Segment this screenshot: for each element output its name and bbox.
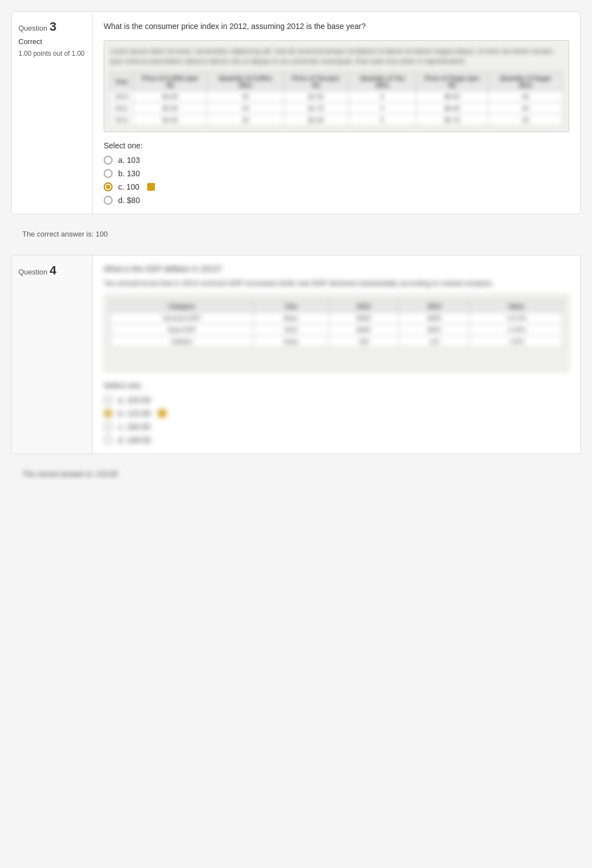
- table-header-coffee-qty: Quantity of Coffee (lbs): [207, 73, 284, 91]
- table-header-tea-qty: Quantity of Tea (lbs): [348, 73, 416, 91]
- q4-option-b-radio[interactable]: [104, 409, 113, 418]
- check-mark-icon: [147, 183, 155, 191]
- question-3-text: What is the consumer price index in 2012…: [104, 21, 569, 32]
- option-a[interactable]: a. 103: [104, 156, 569, 165]
- question-3-status: Correct: [18, 37, 85, 46]
- q4-option-d-radio[interactable]: [104, 436, 113, 445]
- table-header-tea-price: Price of Tea (per lb): [283, 73, 348, 91]
- question-4-subtext: You should know that in 2013 nominal GDP…: [104, 279, 569, 287]
- option-b[interactable]: b. 130: [104, 169, 569, 178]
- question-4-label: Question: [18, 268, 47, 276]
- table-row: Real GDP2012$400$391-2.25%: [110, 324, 563, 336]
- question-3-select-label: Select one:: [104, 141, 569, 150]
- q4-option-c[interactable]: c. 100.00: [104, 422, 569, 431]
- question-3-number: 3: [50, 20, 56, 34]
- option-c-label: c. 100: [118, 182, 139, 191]
- table-row: Nominal GDPBase$400$450+12.5%: [110, 312, 563, 324]
- check-mark-icon: [158, 409, 166, 417]
- question-4-options: a. 103.50 b. 115.00 c. 100.00 d. 108.50: [104, 396, 569, 445]
- question-4-content: What is the GDP deflator in 2013? You sh…: [93, 255, 580, 454]
- question-4-number-row: Question 4: [18, 263, 85, 278]
- question-4-sidebar: Question 4: [12, 255, 93, 454]
- q4-option-a-label: a. 103.50: [118, 396, 151, 404]
- question-3-label: Question: [18, 24, 47, 32]
- question-3-block: Question 3 Correct 1.00 points out of 1.…: [11, 11, 581, 214]
- question-3-number-row: Question 3: [18, 20, 85, 34]
- option-a-label: a. 103: [118, 156, 140, 165]
- option-b-label: b. 130: [118, 169, 140, 178]
- option-d-radio[interactable]: [104, 196, 113, 205]
- question-3-blurred-text: Lorem ipsum dolor sit amet, consectetur …: [110, 46, 563, 66]
- option-c[interactable]: c. 100: [104, 182, 569, 191]
- option-b-radio[interactable]: [104, 169, 113, 178]
- question-3-correct-answer: The correct answer is: 100: [11, 225, 581, 244]
- question-4-text: What is the GDP deflator in 2013?: [104, 264, 569, 273]
- option-d-label: d. $80: [118, 196, 140, 205]
- table-header-sugar-qty: Quantity of Sugar (lbs): [488, 73, 563, 91]
- q4-option-b-label: b. 115.00: [118, 409, 151, 418]
- q4-option-a[interactable]: a. 103.50: [104, 396, 569, 404]
- question-4-blurred-area: What is the GDP deflator in 2013? You sh…: [104, 264, 569, 445]
- question-4-select-label: Select one:: [104, 381, 569, 390]
- q4-option-c-label: c. 100.00: [118, 422, 151, 431]
- option-c-radio[interactable]: [104, 182, 113, 191]
- q4-option-c-radio[interactable]: [104, 422, 113, 431]
- table-row: DeflatorIndex100115+15%: [110, 336, 563, 348]
- question-3-sidebar: Question 3 Correct 1.00 points out of 1.…: [12, 12, 93, 214]
- table-row: 2010$3.0010$1.505$0.5020: [110, 91, 563, 103]
- page-wrapper: Question 3 Correct 1.00 points out of 1.…: [0, 0, 592, 495]
- option-a-radio[interactable]: [104, 156, 113, 165]
- table-row: 2012$4.0010$2.005$0.7020: [110, 114, 563, 126]
- q4-option-d-label: d. 108.50: [118, 436, 151, 445]
- question-4-block: Question 4 What is the GDP deflator in 2…: [11, 255, 581, 454]
- q4-option-a-radio[interactable]: [104, 396, 113, 404]
- q4-option-d[interactable]: d. 108.50: [104, 436, 569, 445]
- question-4-image-area: Category Year 2012 2013 Value Nominal GD…: [104, 294, 569, 372]
- question-4-table: Category Year 2012 2013 Value Nominal GD…: [110, 300, 563, 348]
- question-3-options: a. 103 b. 130 c. 100 d. $80: [104, 156, 569, 205]
- question-3-table: Year Price of Coffee (per lb) Quantity o…: [110, 72, 563, 126]
- question-4-correct-answer: The correct answer is: 115.00: [11, 465, 581, 484]
- q4-option-b[interactable]: b. 115.00: [104, 409, 569, 418]
- table-header-sugar-price: Price of Sugar (per lb): [416, 73, 488, 91]
- table-header-year: Year: [110, 73, 133, 91]
- table-row: 2011$3.5010$1.755$0.6020: [110, 103, 563, 114]
- option-d[interactable]: d. $80: [104, 196, 569, 205]
- question-3-points: 1.00 points out of 1.00: [18, 49, 85, 59]
- question-4-number: 4: [50, 263, 56, 278]
- question-3-image-area: Lorem ipsum dolor sit amet, consectetur …: [104, 40, 569, 132]
- table-header-coffee-price: Price of Coffee (per lb): [133, 73, 207, 91]
- question-3-content: What is the consumer price index in 2012…: [93, 12, 580, 214]
